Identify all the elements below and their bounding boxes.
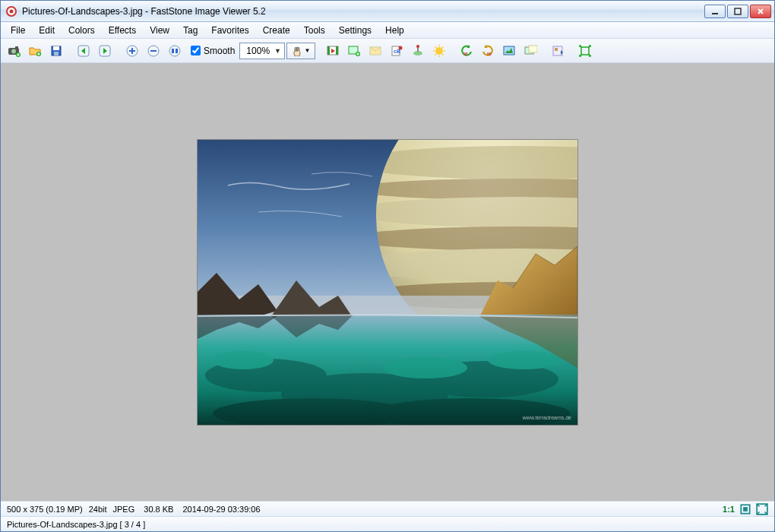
status-size: 30.8 KB	[144, 505, 173, 514]
acquire-button[interactable]	[4, 41, 24, 61]
smooth-toggle[interactable]: Smooth	[186, 46, 238, 56]
batch-convert-button[interactable]: cB	[387, 41, 406, 61]
titlebar: Pictures-Of-Landscapes-3.jpg - FastStone…	[1, 1, 774, 22]
svg-point-1	[10, 9, 14, 13]
svg-text:www.terradreams.de: www.terradreams.de	[522, 415, 571, 420]
menu-colors[interactable]: Colors	[63, 24, 100, 37]
menu-favorites[interactable]: Favorites	[206, 24, 254, 37]
svg-point-27	[398, 46, 402, 49]
svg-point-5	[11, 49, 16, 53]
screen-capture-button[interactable]	[429, 41, 449, 61]
minimize-button[interactable]	[704, 5, 726, 18]
zoom-out-button[interactable]	[144, 41, 163, 61]
svg-rect-39	[581, 47, 589, 55]
svg-rect-21	[336, 46, 338, 55]
open-button[interactable]	[25, 41, 45, 61]
svg-point-31	[435, 47, 443, 55]
svg-rect-2	[712, 13, 718, 14]
status-ratio: 1:1	[723, 505, 735, 514]
svg-point-30	[416, 45, 419, 48]
app-icon	[5, 5, 17, 17]
menu-effects[interactable]: Effects	[103, 24, 141, 37]
zoom-select[interactable]: 100% ▼	[239, 43, 285, 59]
svg-point-16	[169, 46, 180, 56]
svg-rect-20	[327, 46, 330, 55]
statusbar-info: 500 x 375 (0.19 MP) 24bit JPEG 30.8 KB 2…	[1, 501, 774, 516]
fit-image-icon[interactable]	[756, 503, 768, 515]
svg-rect-18	[176, 49, 178, 53]
app-window: Pictures-Of-Landscapes-3.jpg - FastStone…	[0, 0, 775, 532]
compare-button[interactable]	[344, 41, 364, 61]
menu-edit[interactable]: Edit	[33, 24, 60, 37]
chevron-down-icon: ▼	[305, 47, 311, 54]
fit-window-icon[interactable]	[739, 503, 751, 515]
toolbar: Smooth 100% ▼ ▼ cB 90 90	[1, 39, 774, 63]
window-title: Pictures-Of-Landscapes-3.jpg - FastStone…	[22, 6, 704, 17]
svg-rect-36	[529, 46, 537, 52]
pan-tool-button[interactable]: ▼	[286, 43, 315, 59]
status-format: JPEG	[113, 505, 135, 514]
svg-point-57	[213, 351, 274, 369]
menubar: File Edit Colors Effects View Tag Favori…	[1, 22, 774, 39]
status-dimensions: 500 x 375 (0.19 MP)	[7, 505, 83, 514]
svg-rect-62	[743, 507, 748, 511]
svg-text:90: 90	[487, 52, 492, 56]
close-button[interactable]	[750, 5, 771, 18]
maximize-button[interactable]	[727, 5, 748, 18]
zoom-value: 100%	[246, 46, 270, 56]
smooth-label: Smooth	[204, 46, 235, 56]
email-button[interactable]	[365, 41, 385, 61]
svg-rect-3	[735, 8, 741, 14]
status-filename-index: Pictures-Of-Landscapes-3.jpg [ 3 / 4 ]	[7, 520, 145, 529]
menu-settings[interactable]: Settings	[334, 24, 377, 37]
jpeg-comment-button[interactable]	[408, 41, 428, 61]
menu-create[interactable]: Create	[258, 24, 296, 37]
statusbar-filename: Pictures-Of-Landscapes-3.jpg [ 3 / 4 ]	[1, 516, 774, 531]
rotate-left-button[interactable]: 90	[457, 41, 476, 61]
svg-point-59	[488, 351, 561, 369]
wallpaper-button[interactable]	[499, 41, 519, 61]
draw-board-button[interactable]	[520, 41, 540, 61]
svg-rect-38	[555, 48, 558, 51]
svg-text:90: 90	[463, 52, 468, 56]
svg-rect-10	[53, 46, 59, 50]
svg-rect-17	[172, 49, 174, 53]
fullscreen-button[interactable]	[575, 41, 595, 61]
svg-point-58	[384, 357, 467, 378]
rotate-right-button[interactable]: 90	[478, 41, 498, 61]
svg-rect-34	[504, 46, 514, 55]
status-datetime: 2014-09-29 03:39:06	[182, 505, 260, 514]
save-button[interactable]	[46, 41, 66, 61]
menu-file[interactable]: File	[5, 24, 30, 37]
svg-rect-11	[54, 52, 59, 55]
contact-sheet-button[interactable]	[548, 41, 568, 61]
next-button[interactable]	[95, 41, 115, 61]
menu-help[interactable]: Help	[380, 24, 410, 37]
svg-rect-6	[15, 46, 18, 49]
prev-button[interactable]	[74, 41, 93, 61]
menu-tools[interactable]: Tools	[299, 24, 331, 37]
status-depth: 24bit	[89, 505, 107, 514]
displayed-image: www.terradreams.de	[198, 140, 577, 425]
window-controls	[704, 5, 771, 18]
menu-tag[interactable]: Tag	[178, 24, 203, 37]
chevron-down-icon: ▼	[274, 47, 281, 55]
actual-size-button[interactable]	[165, 41, 185, 61]
image-viewport[interactable]: www.terradreams.de	[1, 63, 774, 501]
slideshow-button[interactable]	[323, 41, 343, 61]
smooth-checkbox[interactable]	[191, 46, 201, 55]
menu-view[interactable]: View	[144, 24, 175, 37]
zoom-in-button[interactable]	[122, 41, 142, 61]
